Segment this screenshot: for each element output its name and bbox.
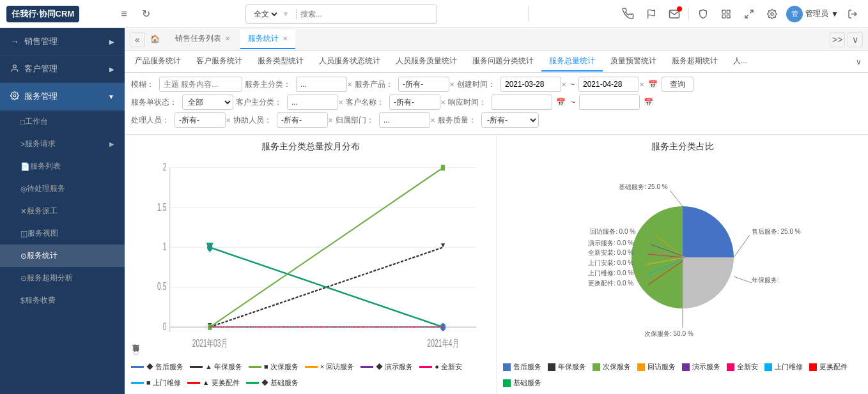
- filter-quality-select[interactable]: -所有-: [481, 112, 539, 128]
- filter-cust-cat-input[interactable]: [287, 95, 338, 110]
- filter-assistant-input[interactable]: [277, 112, 328, 128]
- pie-legend-newinstall-color: [727, 363, 734, 371]
- legend-demo: ◆ 演示服务: [360, 362, 413, 372]
- filter-handler-input[interactable]: [174, 112, 226, 128]
- refresh-icon[interactable]: ↻: [137, 5, 155, 23]
- filter-fuzzy-input[interactable]: [159, 77, 242, 92]
- tab-sales-task-close[interactable]: ✕: [225, 35, 230, 42]
- sub-tab-product[interactable]: 产品服务统计: [127, 52, 189, 72]
- filter-assistant-clear[interactable]: ✕: [328, 117, 333, 124]
- filter-query-btn[interactable]: 查询: [662, 77, 694, 92]
- legend-aftersales-label: ◆ 售后服务: [146, 362, 183, 372]
- sidebar: → 销售管理 ▶ 客户管理 ▶ 服务管理 ▼: [0, 28, 125, 394]
- tab-home[interactable]: 🏠: [145, 31, 165, 49]
- svg-point-10: [13, 95, 16, 97]
- filter-response-cal2[interactable]: 📅: [644, 98, 653, 107]
- filter-dept-input[interactable]: [379, 112, 430, 128]
- svg-line-44: [734, 235, 750, 257]
- sidebar-sub-workbench[interactable]: □ 工作台: [0, 110, 125, 133]
- mail-icon[interactable]: [665, 5, 683, 23]
- filter-label-create-time: 创建时间：: [457, 79, 495, 90]
- sub-tab-staff-quality[interactable]: 人员服务质量统计: [388, 52, 465, 72]
- filter-handler-clear[interactable]: ✕: [226, 117, 231, 124]
- sidebar-sub-fee[interactable]: $ 服务收费: [0, 289, 125, 312]
- sub-tab-quality-forecast-label: 质量预警统计: [610, 56, 656, 65]
- sub-tab-customer[interactable]: 客户服务统计: [189, 52, 250, 72]
- pie-legend-demo: 演示服务: [682, 362, 720, 372]
- shield-icon[interactable]: [694, 5, 712, 23]
- legend-basic: ◆ 基础服务: [246, 378, 298, 388]
- filter-cust-name-input[interactable]: [389, 95, 440, 110]
- filter-create-to[interactable]: [578, 77, 639, 92]
- sidebar-sub-service-list[interactable]: 📄 服务列表: [0, 155, 125, 178]
- legend-demo-label: ◆ 演示服务: [376, 362, 413, 372]
- sub-tab-issue[interactable]: 服务问题分类统计: [465, 52, 541, 72]
- svg-text:次保服务: 50.0 %: 次保服务: 50.0 %: [644, 330, 694, 337]
- tabs-prev-btn[interactable]: «: [130, 32, 145, 47]
- search-input[interactable]: [300, 10, 431, 19]
- sidebar-item-customer[interactable]: 客户管理 ▶: [0, 56, 125, 83]
- pie-legend-onsite-label: 上门维修: [775, 362, 803, 372]
- filter-create-from[interactable]: [500, 77, 561, 92]
- pie-legend-aftersales-color: [503, 363, 511, 371]
- legend-onsite-repair-label: ■ 上门维修: [146, 378, 181, 388]
- filter-dept-clear[interactable]: ✕: [430, 117, 435, 124]
- filter-product-input[interactable]: [398, 77, 449, 92]
- sidebar-sub-label-service-list: 服务列表: [30, 161, 61, 172]
- menu-icon[interactable]: ≡: [115, 5, 133, 23]
- filter-create-from-clear[interactable]: ✕: [561, 81, 566, 88]
- sub-tab-type[interactable]: 服务类型统计: [250, 52, 311, 72]
- line-chart-title: 服务主分类总量按月分布: [131, 141, 490, 153]
- sub-tab-product-label: 产品服务统计: [135, 56, 181, 65]
- sidebar-sub-service-view[interactable]: ◫ 服务视图: [0, 222, 125, 245]
- filter-response-to[interactable]: [579, 95, 640, 110]
- pie-legend-parts-color: [809, 363, 817, 371]
- filter-product-clear[interactable]: ✕: [449, 81, 454, 88]
- settings-icon[interactable]: [763, 5, 781, 23]
- legend-basic-color: [246, 382, 259, 384]
- svg-text:0: 0: [163, 321, 167, 333]
- search-type-select[interactable]: 全文: [251, 9, 279, 19]
- sidebar-item-sales[interactable]: → 销售管理 ▶: [0, 28, 125, 56]
- sub-tab-more[interactable]: 人...: [725, 52, 755, 72]
- flag-icon[interactable]: [642, 5, 660, 23]
- sub-tab-quality-forecast[interactable]: 质量预警统计: [603, 52, 664, 72]
- sidebar-sub-overdue[interactable]: ⊙ 服务超期分析: [0, 267, 125, 289]
- legend-subservice-label: ■ 次保服务: [264, 362, 298, 372]
- legend-aftersales: ◆ 售后服务: [131, 362, 183, 372]
- tab-sales-task[interactable]: 销售任务列表 ✕: [167, 29, 238, 49]
- filter-status-select[interactable]: 全部: [182, 95, 233, 110]
- filter-create-to-clear[interactable]: ✕: [639, 81, 644, 88]
- admin-button[interactable]: 管 管理员 ▼: [786, 6, 839, 22]
- pie-legend-newinstall-label: 全新安: [737, 362, 758, 372]
- sidebar-sub-stats[interactable]: ⊙ 服务统计: [0, 245, 125, 267]
- filter-response-from[interactable]: [492, 95, 552, 110]
- pie-legend-visit-color: [637, 363, 645, 371]
- fullscreen-icon[interactable]: [740, 5, 758, 23]
- filter-cust-cat-clear[interactable]: ✕: [338, 99, 343, 106]
- filter-response-cal1[interactable]: 📅: [556, 98, 566, 107]
- svg-text:2021年4月: 2021年4月: [427, 338, 458, 349]
- call-icon[interactable]: [619, 5, 637, 23]
- tabs-next-btn[interactable]: >>: [830, 32, 845, 47]
- tab-service-stats[interactable]: 服务统计 ✕: [240, 29, 295, 49]
- logo: 任我行·协同CRM: [6, 6, 109, 22]
- filter-cal-icon[interactable]: 📅: [648, 80, 658, 89]
- svg-line-5: [750, 10, 753, 13]
- sub-tab-expand-btn[interactable]: ∨: [852, 57, 865, 66]
- y-axis-label: 服务数量（笔）: [131, 158, 141, 357]
- sub-tab-overdue-stats[interactable]: 服务超期统计: [664, 52, 725, 72]
- filter-cust-name-clear[interactable]: ✕: [440, 99, 446, 106]
- sidebar-sub-pending[interactable]: ◎ 待处理服务: [0, 178, 125, 200]
- sidebar-item-service[interactable]: 服务管理 ▼: [0, 83, 125, 110]
- logout-icon[interactable]: [844, 5, 862, 23]
- grid-icon[interactable]: [717, 5, 735, 23]
- filter-main-cat-clear[interactable]: ✕: [347, 81, 352, 88]
- sub-tab-total[interactable]: 服务总量统计: [541, 52, 603, 72]
- tab-service-stats-close[interactable]: ✕: [283, 35, 288, 42]
- sidebar-sub-dispatch[interactable]: ✕ 服务派工: [0, 200, 125, 222]
- tabs-expand-btn[interactable]: ∨: [848, 32, 863, 47]
- sidebar-sub-service-req[interactable]: > 服务请求 ▶: [0, 133, 125, 155]
- sub-tab-staff-status[interactable]: 人员服务状态统计: [311, 52, 388, 72]
- filter-main-cat-input[interactable]: [296, 77, 347, 92]
